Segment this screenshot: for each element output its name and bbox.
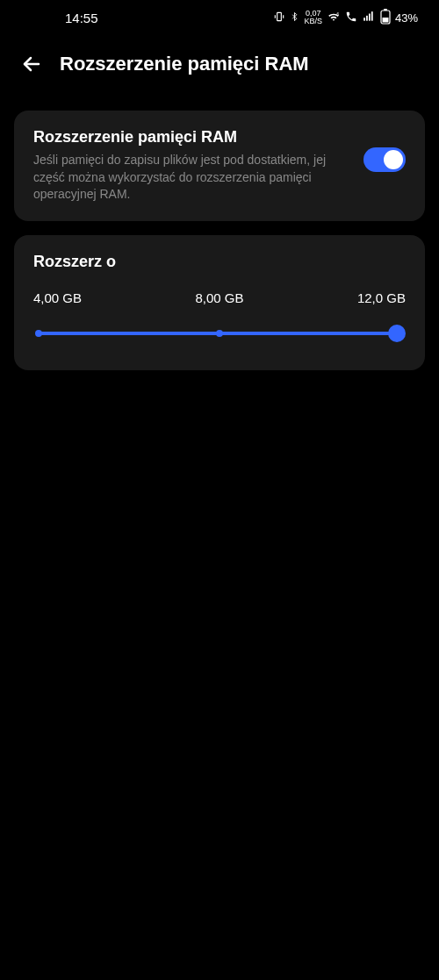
svg-rect-5 [366, 15, 368, 20]
svg-rect-9 [384, 9, 387, 11]
vibrate-icon [273, 11, 285, 25]
status-icons-group: 0,07 KB/S 6 [273, 9, 418, 27]
signal-icon [362, 11, 376, 25]
card-title: Rozszerzenie pamięci RAM [33, 128, 349, 147]
status-bar: 14:55 0,07 KB/S 6 [0, 0, 439, 35]
slider-tick-left [35, 330, 42, 337]
battery-icon [380, 9, 391, 27]
svg-text:6: 6 [336, 11, 339, 16]
ram-extension-card: Rozszerzenie pamięci RAM Jeśli pamięci d… [14, 111, 425, 221]
slider-tick-mid [216, 330, 223, 337]
svg-rect-0 [277, 12, 282, 20]
wifi-icon: 6 [327, 11, 341, 25]
slider-label-0: 4,00 GB [33, 290, 82, 305]
arrow-left-icon [21, 54, 42, 75]
volte-icon [345, 11, 357, 25]
slider-title: Rozszerz o [33, 253, 406, 271]
status-time: 14:55 [21, 11, 98, 25]
back-button[interactable] [21, 54, 42, 75]
bluetooth-icon [290, 11, 299, 25]
ram-extension-toggle[interactable] [363, 147, 406, 172]
svg-rect-10 [382, 18, 388, 23]
card-description: Jeśli pamięci do zapisu plików jest pod … [33, 152, 349, 204]
slider-labels: 4,00 GB 8,00 GB 12,0 GB [33, 290, 406, 305]
slider-card: Rozszerz o 4,00 GB 8,00 GB 12,0 GB [14, 235, 425, 370]
svg-rect-4 [363, 18, 365, 21]
battery-percent: 43% [395, 11, 418, 25]
slider-label-2: 12,0 GB [357, 290, 406, 305]
svg-rect-6 [369, 13, 371, 20]
network-speed: 0,07 KB/S [304, 10, 322, 25]
toggle-knob [384, 150, 403, 169]
slider-thumb[interactable] [388, 325, 406, 342]
svg-rect-7 [371, 11, 373, 21]
ram-size-slider[interactable] [33, 323, 406, 344]
slider-label-1: 8,00 GB [195, 290, 243, 305]
page-header: Rozszerzenie pamięci RAM [0, 35, 439, 97]
page-title: Rozszerzenie pamięci RAM [60, 53, 309, 75]
